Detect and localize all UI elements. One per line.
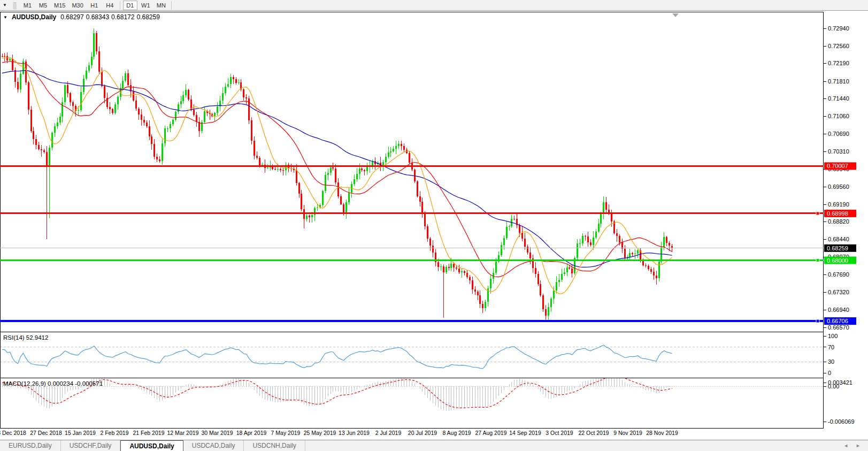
svg-text:13 Jun 2019: 13 Jun 2019: [339, 430, 370, 436]
svg-text:22 Oct 2019: 22 Oct 2019: [578, 430, 609, 436]
svg-text:0.68998: 0.68998: [827, 210, 848, 217]
svg-text:8 Aug 2019: 8 Aug 2019: [442, 430, 471, 436]
main-pane[interactable]: [1, 12, 824, 332]
timeframe-button-h4[interactable]: H4: [103, 1, 117, 10]
chart-canvas[interactable]: 0.729400.725600.721900.718100.714400.710…: [0, 11, 868, 440]
timeframe-button-h1[interactable]: H1: [87, 1, 102, 10]
timeframe-button-d1[interactable]: D1: [123, 1, 137, 10]
svg-text:0.66570: 0.66570: [828, 324, 849, 331]
svg-text:0.71060: 0.71060: [828, 113, 849, 119]
svg-text:0.70310: 0.70310: [828, 148, 849, 155]
svg-text:0.68259: 0.68259: [827, 245, 848, 251]
svg-text:21 Feb 2019: 21 Feb 2019: [133, 430, 165, 436]
chart-instrument-label: AUDUSD,Daily: [12, 13, 56, 21]
svg-text:0.69190: 0.69190: [828, 201, 849, 208]
symbol-tabs: EURUSD,DailyUSDCHF,DailyAUDUSD,DailyUSDC…: [0, 440, 305, 451]
svg-text:0.71810: 0.71810: [828, 78, 849, 85]
svg-text:25 May 2019: 25 May 2019: [304, 430, 336, 436]
timeframe-buttons: M1M5M15M30H1H4D1W1MN: [20, 1, 174, 10]
svg-text:2 Jul 2019: 2 Jul 2019: [375, 430, 402, 436]
svg-text:30 Mar 2019: 30 Mar 2019: [202, 430, 233, 436]
svg-text:70: 70: [828, 344, 834, 350]
price-badge-0.70007: 0.70007: [824, 162, 856, 170]
current-price-badge: 0.68259: [824, 244, 856, 252]
toolbar-drag-grip[interactable]: [13, 2, 17, 9]
price-badge-0.68998: 0.68998: [824, 210, 856, 217]
date-axis[interactable]: 8 Dec 201827 Dec 201815 Jan 20192 Feb 20…: [0, 430, 678, 436]
svg-text:14 Sep 2019: 14 Sep 2019: [509, 430, 541, 436]
price-badge-0.66706: 0.66706: [824, 317, 856, 325]
toolbar-separator: [120, 1, 120, 10]
price-axis[interactable]: 0.729400.725600.721900.718100.714400.710…: [824, 25, 855, 425]
chart-area: ▼ AUDUSD,Daily 0.68297 0.68343 0.68172 0…: [0, 11, 868, 440]
price-badge-0.68000: 0.68000: [824, 257, 856, 264]
hline-handle-0.68000[interactable]: [816, 259, 819, 262]
svg-text:15 Jan 2019: 15 Jan 2019: [65, 430, 96, 436]
svg-text:0.67690: 0.67690: [828, 271, 849, 278]
svg-text:2 Feb 2019: 2 Feb 2019: [100, 430, 128, 436]
timeframe-button-w1[interactable]: W1: [139, 1, 153, 10]
svg-text:20 Jul 2019: 20 Jul 2019: [408, 430, 437, 436]
chart-title: ▼ AUDUSD,Daily 0.68297 0.68343 0.68172 0…: [3, 13, 160, 21]
svg-text:30: 30: [828, 358, 834, 365]
tab-usdchf[interactable]: USDCHF,Daily: [61, 440, 121, 451]
tab-eurusd[interactable]: EURUSD,Daily: [0, 440, 61, 451]
svg-text:0.66940: 0.66940: [828, 307, 849, 313]
svg-text:0.67320: 0.67320: [828, 289, 849, 295]
svg-text:100: 100: [828, 333, 838, 339]
timeframe-button-m15[interactable]: M15: [51, 1, 68, 10]
tab-scroll-left-icon[interactable]: ◄: [843, 443, 848, 448]
hline-handle-0.68998[interactable]: [816, 212, 819, 215]
svg-text:0.68440: 0.68440: [828, 236, 849, 242]
mt4-chart-window: ▼ M1M5M15M30H1H4D1W1MN ▼ AUDUSD,Daily 0.…: [0, 0, 868, 451]
tab-scroll-right-icon[interactable]: ►: [856, 443, 861, 448]
rsi-indicator-label: RSI(14) 52.9412: [3, 334, 48, 341]
hline-handle-0.66706[interactable]: [816, 319, 819, 323]
toolbar-dropdown-icon[interactable]: ▼: [0, 3, 10, 7]
timeframe-button-m1[interactable]: M1: [20, 1, 35, 10]
tab-usdcad[interactable]: USDCAD,Daily: [183, 440, 244, 451]
svg-text:7 May 2019: 7 May 2019: [271, 430, 301, 436]
svg-text:12 Mar 2019: 12 Mar 2019: [167, 430, 199, 436]
ohlc-low: 0.68172: [111, 13, 134, 21]
svg-text:0.00: 0.00: [828, 383, 839, 389]
svg-text:27 Dec 2018: 27 Dec 2018: [30, 430, 62, 436]
svg-text:0.70007: 0.70007: [827, 163, 848, 169]
svg-text:0.72940: 0.72940: [828, 25, 849, 32]
svg-text:9 Nov 2019: 9 Nov 2019: [613, 430, 642, 436]
svg-text:27 Aug 2019: 27 Aug 2019: [475, 430, 507, 436]
svg-text:0.68820: 0.68820: [828, 218, 849, 225]
svg-text:0.68000: 0.68000: [827, 257, 848, 264]
symbol-tab-bar: EURUSD,DailyUSDCHF,DailyAUDUSD,DailyUSDC…: [0, 440, 868, 451]
timeframe-button-mn[interactable]: MN: [154, 1, 168, 10]
svg-text:0.66706: 0.66706: [827, 318, 848, 324]
timeframe-toolbar: ▼ M1M5M15M30H1H4D1W1MN: [0, 0, 868, 11]
svg-text:0.72560: 0.72560: [828, 43, 849, 49]
rsi-pane[interactable]: [1, 332, 824, 378]
svg-text:8 Dec 2018: 8 Dec 2018: [0, 430, 26, 436]
svg-text:0.72190: 0.72190: [828, 60, 849, 66]
svg-text:3 Oct 2019: 3 Oct 2019: [546, 430, 573, 436]
toolbar-separator: [171, 1, 172, 10]
timeframe-button-m5[interactable]: M5: [36, 1, 50, 10]
tabbar-spacer: [305, 440, 843, 451]
svg-text:-0.006069: -0.006069: [828, 418, 855, 425]
ohlc-open: 0.68297: [60, 13, 83, 21]
svg-text:28 Nov 2019: 28 Nov 2019: [646, 430, 678, 436]
macd-indicator-label: MACD(12,26,9) 0.000234 -0.000571: [3, 380, 103, 387]
ohlc-close: 0.68259: [136, 13, 159, 21]
tab-usdcnh[interactable]: USDCNH,Daily: [244, 440, 305, 451]
svg-text:0.70690: 0.70690: [828, 131, 849, 137]
tab-audusd[interactable]: AUDUSD,Daily: [120, 440, 183, 451]
chart-title-caret-icon[interactable]: ▼: [3, 15, 7, 20]
svg-text:0.71440: 0.71440: [828, 95, 849, 102]
svg-text:0.69560: 0.69560: [828, 184, 849, 190]
ohlc-high: 0.68343: [86, 13, 109, 21]
tab-scroll-arrows: ◄ ►: [843, 440, 868, 451]
svg-text:18 Apr 2019: 18 Apr 2019: [236, 430, 267, 436]
timeframe-button-m30[interactable]: M30: [69, 1, 86, 10]
svg-text:0: 0: [828, 370, 831, 376]
